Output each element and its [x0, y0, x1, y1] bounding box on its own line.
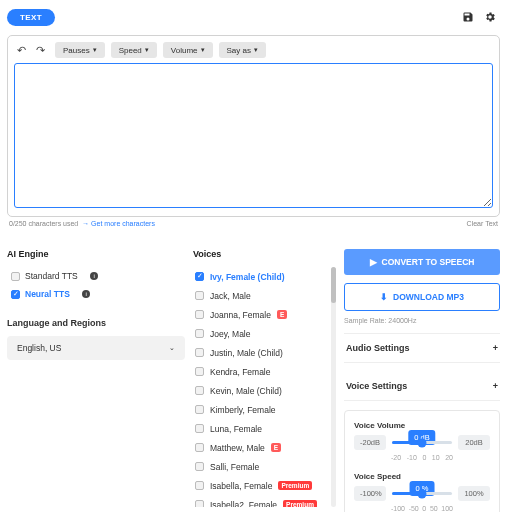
voice-item[interactable]: Kevin, Male (Child)	[193, 381, 326, 400]
volume-dropdown[interactable]: Volume▾	[163, 42, 213, 58]
speed-slider[interactable]: 0 %	[392, 487, 452, 501]
voice-label: Isabella, Female	[210, 481, 272, 491]
checkbox-icon	[195, 443, 204, 452]
download-button[interactable]: ⬇DOWNLOAD MP3	[344, 283, 500, 311]
voice-item[interactable]: Luna, Female	[193, 419, 326, 438]
sample-rate: Sample Rate: 24000Hz	[344, 317, 500, 324]
volume-max: 20dB	[458, 435, 490, 450]
voice-item[interactable]: Justin, Male (Child)	[193, 343, 326, 362]
sayas-dropdown[interactable]: Say as▾	[219, 42, 266, 58]
voice-label: Kendra, Female	[210, 367, 270, 377]
text-editor[interactable]	[14, 63, 493, 208]
chevron-down-icon: ▾	[254, 46, 258, 54]
region-title: Language and Regions	[7, 318, 185, 328]
voice-label: Salli, Female	[210, 462, 259, 472]
checkbox-icon	[195, 348, 204, 357]
engine-standard[interactable]: Standard TTS i	[7, 267, 185, 285]
voice-item[interactable]: Isabella2, FemalePremium	[193, 495, 326, 507]
get-more-link[interactable]: → Get more characters	[82, 220, 155, 227]
volume-slider[interactable]: 0 dB	[392, 436, 452, 450]
chevron-down-icon: ▾	[93, 46, 97, 54]
undo-button[interactable]: ↶	[14, 43, 28, 57]
voice-item[interactable]: Kimberly, Female	[193, 400, 326, 419]
checkbox-icon	[195, 481, 204, 490]
redo-button[interactable]: ↷	[33, 43, 47, 57]
badge: E	[277, 310, 287, 319]
voice-label: Joey, Male	[210, 329, 250, 339]
character-count: 0/250 characters used → Get more charact…	[9, 220, 155, 227]
voice-label: Ivy, Female (Child)	[210, 272, 284, 282]
voice-label: Luna, Female	[210, 424, 262, 434]
play-icon: ▶	[370, 257, 377, 267]
scrollbar-thumb[interactable]	[331, 267, 336, 303]
info-icon: i	[90, 272, 98, 280]
pauses-dropdown[interactable]: Pauses▾	[55, 42, 105, 58]
voice-item[interactable]: Isabella, FemalePremium	[193, 476, 326, 495]
checkbox-icon	[195, 367, 204, 376]
convert-button[interactable]: ▶CONVERT TO SPEECH	[344, 249, 500, 275]
editor-card: ↶ ↷ Pauses▾ Speed▾ Volume▾ Say as▾	[7, 35, 500, 217]
voice-label: Kimberly, Female	[210, 405, 276, 415]
voice-label: Kevin, Male (Child)	[210, 386, 282, 396]
badge: E	[271, 443, 281, 452]
badge: Premium	[283, 500, 317, 507]
checkbox-icon	[195, 272, 204, 281]
chevron-down-icon: ▾	[145, 46, 149, 54]
voice-settings-panel: Voice Volume -20dB 0 dB 20dB -20-1001020…	[344, 410, 500, 512]
engine-title: AI Engine	[7, 249, 185, 259]
voice-list: Ivy, Female (Child)Jack, MaleJoanna, Fem…	[193, 267, 336, 507]
download-icon: ⬇	[380, 292, 388, 302]
checkbox-icon	[195, 310, 204, 319]
tab-text[interactable]: TEXT	[7, 9, 55, 26]
checkbox-icon	[195, 462, 204, 471]
clear-text-link[interactable]: Clear Text	[467, 220, 498, 227]
scrollbar-track[interactable]	[331, 267, 336, 507]
voice-label: Justin, Male (Child)	[210, 348, 283, 358]
speed-min: -100%	[354, 486, 386, 501]
checkbox-icon	[195, 405, 204, 414]
audio-settings-accordion[interactable]: Audio Settings+	[344, 333, 500, 363]
voice-item[interactable]: Ivy, Female (Child)	[193, 267, 326, 286]
voice-settings-accordion[interactable]: Voice Settings+	[344, 372, 500, 401]
speed-max: 100%	[458, 486, 490, 501]
checkbox-icon	[195, 386, 204, 395]
voices-title: Voices	[193, 249, 336, 259]
voice-item[interactable]: Kendra, Female	[193, 362, 326, 381]
language-select[interactable]: English, US⌄	[7, 336, 185, 360]
voice-label: Joanna, Female	[210, 310, 271, 320]
badge: Premium	[278, 481, 312, 490]
voice-item[interactable]: Joey, Male	[193, 324, 326, 343]
voice-item[interactable]: Joanna, FemaleE	[193, 305, 326, 324]
speed-dropdown[interactable]: Speed▾	[111, 42, 157, 58]
save-icon[interactable]	[462, 11, 474, 25]
plus-icon: +	[493, 381, 498, 391]
chevron-down-icon: ⌄	[169, 344, 175, 352]
voice-label: Isabella2, Female	[210, 500, 277, 508]
gear-icon[interactable]	[484, 11, 496, 25]
voice-item[interactable]: Jack, Male	[193, 286, 326, 305]
checkbox-icon	[195, 424, 204, 433]
info-icon: i	[82, 290, 90, 298]
voice-label: Matthew, Male	[210, 443, 265, 453]
engine-neural[interactable]: Neural TTS i	[7, 285, 185, 303]
voice-label: Jack, Male	[210, 291, 251, 301]
plus-icon: +	[493, 343, 498, 353]
volume-min: -20dB	[354, 435, 386, 450]
voice-item[interactable]: Salli, Female	[193, 457, 326, 476]
chevron-down-icon: ▾	[201, 46, 205, 54]
voice-item[interactable]: Matthew, MaleE	[193, 438, 326, 457]
checkbox-icon	[195, 329, 204, 338]
checkbox-icon	[195, 500, 204, 507]
checkbox-icon	[195, 291, 204, 300]
